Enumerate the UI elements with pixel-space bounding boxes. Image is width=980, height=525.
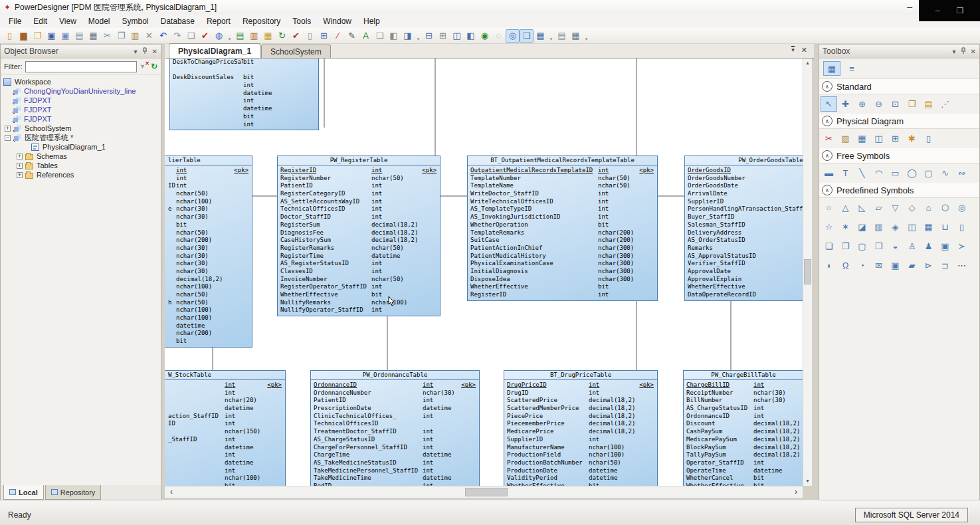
toolbar-diagram-window-icon[interactable]: ⊟ [422,29,436,43]
ellipse-icon[interactable]: ◯ [904,165,920,181]
toolbar-cut-icon[interactable]: ✂ [100,29,114,43]
open-diagram-icon[interactable]: ❐ [904,96,920,112]
minimize-dash-icon[interactable]: – [907,1,912,12]
toolbar-new-document-icon[interactable]: ▯ [3,29,17,43]
symbol-icon[interactable]: ◪ [854,219,870,235]
tab-close-icon[interactable]: ✕ [801,46,807,54]
arc-icon[interactable]: ◠ [870,165,887,181]
toolbar-find-window-icon[interactable]: ◎ [506,29,520,43]
grid-view-icon[interactable]: ▦ [823,61,840,76]
section-standard[interactable]: ∧Standard [819,79,979,94]
symbol-icon[interactable]: ○ [821,200,837,215]
horizontal-scrollbar[interactable]: ‹ › [165,486,803,498]
table-bt_outpatientmedicalrecordstemplatetable[interactable]: BT_OutpatientMedicalRecordsTemplateTable… [467,156,658,301]
toolbar-open-model-icon[interactable]: ❒ [31,29,45,43]
diagram-canvas[interactable]: DeskToChangePriceSalbitDeskDiscountSales… [165,58,803,486]
toolbar-copy-icon[interactable]: ❐ [114,29,128,43]
list-view-icon[interactable]: ≡ [843,61,860,76]
minimize-icon[interactable]: – [935,6,940,15]
toolbar-grid-window-icon[interactable]: ⊞ [317,29,331,43]
toolbar-comment-window-icon[interactable]: ❑ [520,29,534,43]
symbol-icon[interactable]: ◫ [904,219,920,235]
table-icon[interactable]: ▦ [854,131,870,146]
scroll-down-icon[interactable]: ▾ [803,476,812,486]
table-bt_drugpricetable[interactable]: BT_DrugPriceTableDrugPriceIDint<pk>DrugI… [504,370,658,486]
symbol-icon[interactable]: ◔ [854,258,870,273]
menu-view[interactable]: View [53,15,82,27]
polyline-icon[interactable]: ∿ [937,165,953,181]
symbol-icon[interactable]: ▽ [887,200,904,215]
image-icon[interactable]: ▨ [837,131,854,146]
symbol-icon[interactable]: ⊔ [937,219,953,235]
text-icon[interactable]: T [837,165,854,181]
table-liertable[interactable]: lierTableint<pk>intIDintnchar(50)nchar(1… [165,156,252,348]
tree-item-workspace[interactable]: Workspace [1,77,161,86]
freeform-icon[interactable]: ∾ [953,165,970,181]
expander-icon[interactable]: − [5,135,11,141]
close-icon[interactable]: ✕ [152,48,157,55]
symbol-icon[interactable]: ▯ [953,219,970,235]
toolbar-save-icon[interactable]: ▣ [45,29,58,43]
table-pw_ordonnancetable[interactable]: PW_OrdonnanceTableOrdonnanceIDint<pk>Ord… [310,370,480,486]
toolbar-result-list-window-icon[interactable]: ◧ [464,29,478,43]
toolbar-save-all-icon[interactable]: ▣ [58,29,72,43]
toolbar-table-window-icon[interactable]: ▦ [534,29,547,43]
reference-icon[interactable]: ⊞ [887,131,904,146]
toolbar-welcome-window-icon[interactable]: ◉ [478,29,492,43]
symbol-icon[interactable]: ♟ [920,239,937,254]
toolbar-model-report-icon[interactable]: ▦ [261,29,275,43]
symbol-icon[interactable]: ⊐ [937,258,953,273]
expander-icon[interactable]: + [17,163,23,169]
menu-window[interactable]: Window [317,15,357,27]
menu-help[interactable]: Help [357,15,386,27]
tab-schoolsystem[interactable]: SchoolSystem [261,45,331,58]
toolbar-check-model-icon[interactable]: ✔ [198,29,212,43]
table-pw_registertable[interactable]: PW_RegisterTableRegisterIDint<pk>Registe… [277,156,441,316]
symbol-icon[interactable]: ▣ [887,258,904,273]
symbol-icon[interactable]: ⬡ [937,200,953,215]
symbol-icon[interactable]: ≻ [953,239,970,254]
menu-edit[interactable]: Edit [27,15,53,27]
vertical-scroll-thumb[interactable] [804,259,811,284]
table-w_stocktable[interactable]: W_StockTableint<pk>intnchar(20)datetimea… [165,370,286,486]
symbol-icon[interactable]: ❐ [837,239,854,254]
tab-local[interactable]: Local [3,485,44,500]
toolbar-blank-page-icon[interactable]: ▯ [303,29,317,43]
collapse-icon[interactable]: ∧ [822,81,833,92]
menu-tools[interactable]: Tools [286,15,317,27]
expander-icon[interactable]: + [17,172,23,178]
toolbar-note-left-icon[interactable]: ◧ [387,29,401,43]
toolbar-flip-page-icon[interactable]: ❏ [373,29,387,43]
toolbar-new-model-icon[interactable]: ▤ [233,29,247,43]
toolbar-browser-window-icon[interactable]: ⊞ [436,29,450,43]
tab-repository[interactable]: Repository [45,485,102,500]
file-icon[interactable]: ▯ [920,131,937,146]
tab-physicaldiagram-1[interactable]: PhysicalDiagram_1 [169,43,260,58]
link-icon[interactable]: ⋰ [937,96,953,112]
panel-menu-icon[interactable]: ▾ [953,48,956,55]
toolbar-extract-package-icon[interactable]: ▥ [247,29,261,43]
toolbar-pen-icon[interactable]: ∕ [331,29,345,43]
toolbar-print-preview-icon[interactable]: ▤ [72,29,86,43]
grabber-icon[interactable]: ✚ [837,96,854,112]
menu-report[interactable]: Report [201,15,237,27]
expander-icon[interactable]: + [17,154,23,159]
toolbar-paste-special-icon[interactable]: ❏ [184,29,198,43]
menu-repository[interactable]: Repository [237,15,286,27]
tab-list-icon[interactable]: ▾ [791,46,795,54]
toolbar-pencil-icon[interactable]: ✎ [345,29,359,43]
menu-database[interactable]: Database [155,15,201,27]
tree-item-fjdpxt[interactable]: FJDPXT [1,114,161,124]
zoom-in-icon[interactable]: ⊕ [854,96,870,112]
tree-item-schemas[interactable]: +Schemas [1,152,161,161]
symbol-icon[interactable]: ✉ [870,258,887,273]
line-icon[interactable]: ╲ [854,165,870,181]
symbol-icon[interactable]: Ω [837,258,854,273]
expander-icon[interactable]: + [5,126,11,132]
zoom-window-icon[interactable]: ⊡ [887,96,904,112]
toolbar-font-color-icon[interactable]: A [359,29,373,43]
symbol-icon[interactable]: ◖ [821,258,837,273]
toolbar-undo-icon[interactable]: ↶ [156,29,170,43]
symbol-icon[interactable]: ▣ [937,239,953,254]
section-free-symbols[interactable]: ∧Free Symbols [819,148,979,163]
